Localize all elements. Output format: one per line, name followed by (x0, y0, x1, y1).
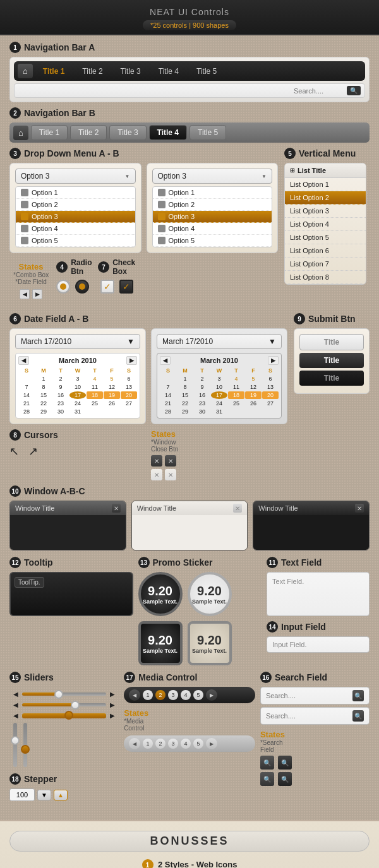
vm-item-8[interactable]: List Option 8 (285, 271, 366, 284)
search-btn-1[interactable]: 🔍 (352, 690, 364, 701)
submit-btn-light[interactable]: Title (299, 334, 364, 350)
dd-item-2[interactable]: Option 2 (16, 199, 135, 211)
nav-b-item-2[interactable]: Title 2 (70, 125, 107, 140)
vm-item-4[interactable]: List Option 4 (285, 218, 366, 231)
calendar-today[interactable]: 17 (69, 391, 86, 399)
dd-b-item-4[interactable]: Option 4 (153, 223, 272, 235)
stepper-down[interactable]: ▼ (37, 790, 51, 800)
slider-handle-1[interactable] (54, 690, 63, 699)
search-field-1[interactable]: 🔍 (260, 687, 370, 705)
search-state-icon-3[interactable]: 🔍 (260, 772, 274, 786)
slider-fill-2 (22, 703, 73, 706)
search-state-icon-4[interactable]: 🔍 (278, 772, 292, 786)
mc-num-4[interactable]: 4 (181, 690, 191, 700)
search-input-1[interactable] (266, 692, 310, 699)
mc-light-prev[interactable]: ◀ (129, 738, 140, 749)
cal-nav-prev-b[interactable]: ◀ (160, 356, 171, 365)
combo-nav-right[interactable]: ▶ (32, 289, 42, 299)
slider-handle-3[interactable] (64, 711, 73, 720)
mc-light-num-2[interactable]: 2 (155, 739, 165, 749)
dd-item-1[interactable]: Option 1 (16, 187, 135, 199)
mc-light-next[interactable]: ▶ (206, 738, 217, 749)
mc-num-2[interactable]: 2 (155, 690, 165, 700)
nav-a-item-2[interactable]: Title 2 (75, 64, 110, 78)
vslider-handle-1[interactable] (11, 736, 20, 745)
vm-item-2[interactable]: List Option 2 (285, 191, 366, 205)
stepper-input[interactable] (9, 788, 35, 801)
close-btn-dark-2[interactable]: ✕ (165, 455, 176, 467)
date-input-b[interactable]: March 17/2010 ▼ (157, 334, 282, 349)
slider-3-right[interactable]: ▶ (110, 712, 115, 719)
slider-handle-2[interactable] (71, 701, 80, 710)
dropdown-a-trigger[interactable]: Option 3 ▼ (15, 169, 136, 184)
date-input-a[interactable]: March 17/2010 ▼ (15, 334, 140, 349)
slider-row-2: ◀ ▶ (13, 701, 115, 708)
mc-light-num-4[interactable]: 4 (181, 739, 191, 749)
nav-b-home[interactable]: ⌂ (13, 126, 28, 140)
window-a-close[interactable]: ✕ (112, 504, 121, 513)
stepper-up[interactable]: ▲ (54, 790, 68, 800)
radio-btn-dark[interactable] (75, 280, 89, 294)
mc-num-1[interactable]: 1 (143, 690, 153, 700)
nav-b-item-3[interactable]: Title 3 (109, 125, 146, 140)
slider-1-right[interactable]: ▶ (110, 691, 115, 698)
search-btn-2[interactable]: 🔍 (352, 710, 364, 722)
dd-item-5[interactable]: Option 5 (16, 235, 135, 247)
dd-b-item-2[interactable]: Option 2 (153, 199, 272, 211)
close-btn-light-2[interactable]: ✕ (165, 469, 176, 480)
vslider-handle-2[interactable] (21, 745, 30, 754)
slider-1-left[interactable]: ◀ (13, 691, 18, 698)
nav-a-item-3[interactable]: Title 3 (113, 64, 148, 78)
section-search-label: 16 Search Field (260, 672, 370, 683)
cal-nav-prev-a[interactable]: ◀ (18, 356, 29, 365)
dd-item-3[interactable]: Option 3 (16, 211, 135, 223)
nav-a-item-1[interactable]: Title 1 (35, 64, 72, 78)
nav-b-item-5[interactable]: Title 5 (190, 125, 226, 140)
dd-b-item-1[interactable]: Option 1 (153, 187, 272, 199)
close-btn-light-1[interactable]: ✕ (151, 469, 162, 480)
nav-a-item-4[interactable]: Title 4 (151, 64, 186, 78)
search-state-icon-1[interactable]: 🔍 (260, 756, 274, 770)
mc-next[interactable]: ▶ (206, 689, 217, 701)
search-input-2[interactable] (266, 712, 310, 720)
nav-a-search-input[interactable] (294, 87, 344, 95)
nav-b-item-1[interactable]: Title 1 (31, 125, 68, 140)
window-c-close[interactable]: ✕ (355, 504, 364, 513)
radio-btn-light[interactable] (56, 280, 70, 294)
submit-btn-dark[interactable]: Title (299, 353, 364, 368)
input-field[interactable]: Input Field. (267, 636, 370, 653)
slider-2-left[interactable]: ◀ (13, 701, 18, 708)
slider-2-right[interactable]: ▶ (110, 701, 115, 708)
cal-nav-next-a[interactable]: ▶ (126, 356, 137, 365)
submit-btn-darker[interactable]: Title (299, 371, 364, 386)
nav-a-home[interactable]: ⌂ (18, 64, 33, 78)
close-btn-dark-1[interactable]: ✕ (151, 455, 162, 467)
search-state-icon-2[interactable]: 🔍 (278, 756, 292, 770)
combo-nav-left[interactable]: ◀ (20, 289, 30, 299)
vm-item-5[interactable]: List Option 5 (285, 231, 366, 244)
vm-item-7[interactable]: List Option 7 (285, 258, 366, 271)
dd-b-item-5[interactable]: Option 5 (153, 235, 272, 247)
checkbox-dark[interactable]: ✓ (119, 280, 133, 294)
mc-light-num-1[interactable]: 1 (143, 739, 153, 749)
mc-num-5[interactable]: 5 (193, 690, 203, 700)
text-field[interactable]: Text Field. (267, 572, 370, 616)
mc-num-3[interactable]: 3 (168, 690, 178, 700)
mc-light-num-5[interactable]: 5 (193, 739, 203, 749)
checkbox-light[interactable]: ✓ (100, 280, 114, 294)
search-field-2[interactable]: 🔍 (260, 707, 370, 725)
mc-light-num-3[interactable]: 3 (168, 739, 178, 749)
nav-b-item-4[interactable]: Title 4 (149, 125, 187, 140)
dd-b-item-3[interactable]: Option 3 (153, 211, 272, 223)
cal-nav-next-b[interactable]: ▶ (268, 356, 279, 365)
dd-item-4[interactable]: Option 4 (16, 223, 135, 235)
window-b-close[interactable]: ✕ (233, 504, 242, 513)
dropdown-b-trigger[interactable]: Option 3 ▼ (152, 169, 273, 184)
nav-a-item-5[interactable]: Title 5 (189, 64, 224, 78)
vm-item-1[interactable]: List Option 1 (285, 178, 366, 191)
vm-item-3[interactable]: List Option 3 (285, 205, 366, 218)
slider-3-left[interactable]: ◀ (13, 712, 18, 719)
nav-a-search-button[interactable]: 🔍 (347, 86, 361, 95)
mc-prev[interactable]: ◀ (129, 689, 140, 701)
vm-item-6[interactable]: List Option 6 (285, 244, 366, 258)
